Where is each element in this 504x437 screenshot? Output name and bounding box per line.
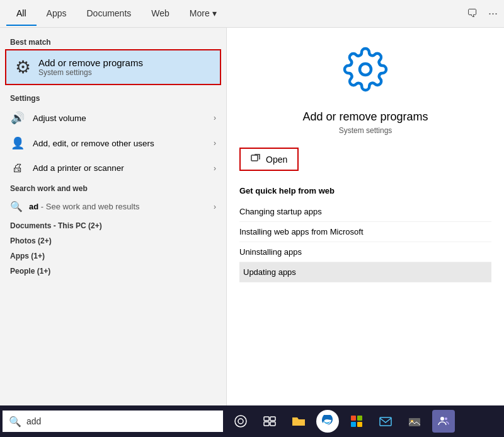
best-match-subtitle: System settings	[38, 68, 143, 77]
tab-documents[interactable]: Documents	[76, 2, 141, 26]
teams-button[interactable]	[432, 410, 455, 433]
more-options-icon[interactable]: ···	[488, 7, 498, 20]
settings-section-label: Settings	[0, 90, 226, 105]
svg-rect-12	[380, 417, 391, 426]
app-name: Add or remove programs	[239, 110, 491, 124]
svg-rect-13	[409, 418, 420, 426]
search-web-item[interactable]: 🔍 ad - See work and web results ›	[0, 195, 226, 218]
search-box[interactable]: 🔍	[3, 411, 223, 432]
quick-help-label: Get quick help from web	[239, 186, 491, 195]
edge-browser-button[interactable]	[316, 410, 339, 433]
app-gear-icon	[239, 47, 491, 102]
chevron-down-icon: ▾	[212, 8, 217, 18]
open-icon	[251, 153, 261, 165]
svg-point-3	[238, 419, 243, 424]
adjust-volume-item[interactable]: 🔊 Adjust volume ›	[0, 105, 226, 131]
help-link-web-apps[interactable]: Installing web apps from Microsoft	[239, 222, 491, 242]
tab-all[interactable]: All	[6, 2, 37, 26]
search-input[interactable]	[26, 416, 217, 426]
search-icon: 🔍	[9, 416, 21, 428]
best-match-label: Best match	[0, 34, 226, 49]
svg-rect-6	[264, 422, 269, 426]
add-users-item[interactable]: 👤 Add, edit, or remove other users ›	[0, 131, 226, 156]
chevron-right-icon: ›	[214, 139, 216, 148]
settings-gear-icon: ⚙	[15, 57, 31, 78]
mail-button[interactable]	[374, 410, 397, 433]
photos-label: Photos (2+)	[0, 233, 226, 248]
person-icon[interactable]: 🗨	[467, 7, 478, 20]
users-icon: 👤	[10, 136, 25, 150]
search-web-label: Search work and web	[0, 180, 226, 195]
taskbar-icons	[229, 410, 455, 433]
svg-point-16	[445, 417, 447, 420]
best-match-item[interactable]: ⚙ Add or remove programs System settings	[5, 49, 221, 85]
svg-point-0	[360, 64, 371, 75]
tab-more[interactable]: More ▾	[180, 2, 227, 26]
file-explorer-button[interactable]	[287, 410, 310, 433]
svg-rect-8	[351, 416, 356, 421]
chevron-right-icon: ›	[214, 164, 216, 173]
app-subtitle: System settings	[239, 126, 491, 135]
svg-rect-5	[270, 417, 275, 421]
chevron-right-icon: ›	[214, 202, 216, 211]
taskbar: 🔍	[0, 405, 504, 437]
search-icon: 🔍	[10, 201, 23, 213]
documents-label: Documents - This PC (2+)	[0, 218, 226, 233]
right-panel: Add or remove programs System settings O…	[227, 28, 504, 405]
help-link-update[interactable]: Updating apps	[239, 262, 491, 283]
best-match-title: Add or remove programs	[38, 57, 143, 68]
microsoft-store-button[interactable]	[345, 410, 368, 433]
chevron-right-icon: ›	[214, 114, 216, 122]
svg-point-2	[235, 416, 246, 427]
svg-rect-1	[251, 155, 258, 161]
cortana-button[interactable]	[229, 410, 252, 433]
help-link-uninstall[interactable]: Uninstalling apps	[239, 242, 491, 262]
svg-rect-11	[357, 422, 362, 427]
left-panel: Best match ⚙ Add or remove programs Syst…	[0, 28, 227, 405]
help-link-startup[interactable]: Changing startup apps	[239, 202, 491, 222]
top-nav: All Apps Documents Web More ▾ 🗨 ···	[0, 0, 504, 28]
people-label: People (1+)	[0, 263, 226, 278]
task-view-button[interactable]	[258, 410, 281, 433]
tab-apps[interactable]: Apps	[37, 2, 77, 26]
apps-label: Apps (1+)	[0, 248, 226, 263]
volume-icon: 🔊	[10, 111, 25, 125]
svg-rect-4	[264, 417, 269, 421]
open-button[interactable]: Open	[239, 148, 299, 171]
main-content: Best match ⚙ Add or remove programs Syst…	[0, 28, 504, 405]
svg-rect-7	[270, 422, 275, 426]
tab-web[interactable]: Web	[141, 2, 180, 26]
svg-point-15	[440, 417, 444, 421]
add-printer-item[interactable]: 🖨 Add a printer or scanner ›	[0, 156, 226, 180]
svg-rect-9	[357, 416, 362, 421]
printer-icon: 🖨	[10, 161, 25, 175]
svg-rect-10	[351, 422, 356, 427]
photos-button[interactable]	[403, 410, 426, 433]
